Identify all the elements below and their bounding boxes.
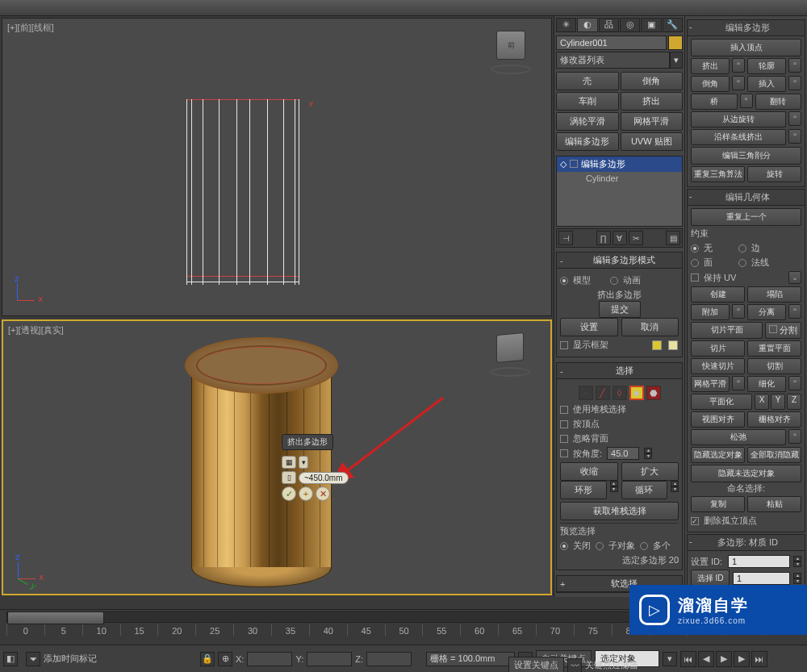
chk-by-angle[interactable] (560, 449, 568, 457)
view-align-button[interactable]: 视图对齐 (691, 411, 745, 428)
radio-preview-multi[interactable] (640, 542, 648, 550)
slice-plane-button[interactable]: 切片平面 (691, 322, 763, 339)
maxscript-icon[interactable]: ◧ (3, 652, 18, 666)
quick-lathe-button[interactable]: 车削 (556, 92, 619, 111)
show-cage-checkbox[interactable] (560, 341, 568, 349)
ring-button[interactable]: 环形 (560, 481, 607, 499)
quick-turbosmooth-button[interactable]: 涡轮平滑 (556, 112, 619, 131)
subobj-border-icon[interactable]: ◊ (613, 386, 627, 400)
reset-plane-button[interactable]: 重置平面 (747, 340, 801, 357)
quick-uvwmap-button[interactable]: UVW 贴图 (621, 132, 684, 151)
show-end-result-icon[interactable]: ∏ (596, 231, 611, 245)
transform-y[interactable] (307, 652, 352, 666)
axis-gizmo[interactable] (10, 555, 42, 587)
extrude-type-dropdown[interactable]: ▾ (299, 456, 308, 469)
inset-button[interactable]: 插入 (747, 76, 786, 92)
outline-button[interactable]: 轮廓 (747, 58, 786, 74)
radio-animate[interactable] (610, 277, 618, 285)
radio-constraint-none[interactable] (691, 244, 699, 253)
chk-use-stack[interactable] (560, 406, 568, 414)
radio-preview-off[interactable] (560, 542, 568, 550)
grid-align-button[interactable]: 栅格对齐 (747, 411, 801, 428)
stack-item-cylinder[interactable]: Cylinder (557, 172, 682, 185)
unhide-all-button[interactable]: 全部取消隐藏 (747, 447, 801, 463)
prev-frame-icon[interactable]: ◀ (698, 651, 714, 667)
configure-sets-icon[interactable]: ▤ (666, 231, 680, 245)
grow-button[interactable]: 扩大 (621, 462, 679, 481)
play-icon[interactable]: ▶ (716, 651, 732, 667)
quick-extrude-button[interactable]: 挤出 (621, 92, 684, 111)
caddy-apply-button[interactable]: + (299, 486, 313, 501)
extrude-spline-button[interactable]: 沿样条线挤出 (691, 129, 786, 145)
transform-z[interactable] (366, 652, 412, 666)
subobj-polygon-icon[interactable]: ■ (629, 386, 644, 400)
set-key-button[interactable]: 设置关键点 (508, 657, 564, 672)
stack-item-editpoly[interactable]: ◇编辑多边形 (557, 157, 682, 172)
hide-unselected-button[interactable]: 隐藏未选定对象 (691, 465, 801, 482)
insert-vertex-button[interactable]: 插入顶点 (691, 39, 801, 56)
create-button[interactable]: 创建 (691, 286, 745, 303)
angle-spinner-updown[interactable]: ▴▾ (644, 448, 652, 459)
tab-hierarchy-icon[interactable]: 品 (599, 18, 619, 32)
settings-button[interactable]: 设置 (560, 318, 618, 336)
radio-preview-subobj[interactable] (596, 542, 604, 550)
dropdown-icon[interactable]: ▾ (670, 52, 683, 69)
make-planar-button[interactable]: 平面化 (691, 394, 752, 410)
transform-x[interactable] (247, 652, 292, 666)
goto-end-icon[interactable]: ⏭ (751, 651, 767, 667)
cage-color2[interactable] (668, 340, 678, 350)
viewport-label[interactable]: [+][前][线框] (7, 22, 54, 34)
next-frame-icon[interactable]: ▶ (734, 651, 750, 667)
viewport-label[interactable]: [+][透视][真实] (8, 324, 64, 336)
hide-selected-button[interactable]: 隐藏选定对象 (691, 447, 745, 463)
copy-button[interactable]: 复制 (691, 496, 745, 512)
tab-modify-icon[interactable]: ◐ (577, 18, 597, 32)
time-slider-thumb[interactable] (7, 611, 104, 624)
chk-ignore-backface[interactable] (560, 435, 568, 443)
planar-x[interactable]: X (755, 394, 769, 410)
viewport-perspective[interactable]: [+][透视][真实] 挤出多边形 ▦ (2, 319, 552, 595)
bevel-button[interactable]: 倒角 (691, 76, 730, 92)
make-unique-icon[interactable]: ∀ (613, 231, 627, 245)
quick-chamfer-button[interactable]: 倒角 (621, 72, 684, 90)
hinge-button[interactable]: 从边旋转 (691, 111, 786, 127)
edit-tri-button[interactable]: 编辑三角剖分 (691, 147, 801, 165)
caddy-ok-button[interactable]: ✓ (282, 486, 296, 501)
tab-create-icon[interactable]: ✳ (556, 18, 576, 32)
subobj-edge-icon[interactable]: ╱ (596, 386, 610, 400)
collapse-button[interactable]: 塌陷 (747, 286, 801, 303)
paste-button[interactable]: 粘贴 (747, 496, 801, 512)
attach-button[interactable]: 附加 (691, 304, 730, 320)
pin-stack-icon[interactable]: ⊣ (558, 231, 573, 245)
retriangulate-button[interactable]: 重复三角算法 (691, 166, 745, 182)
radio-model[interactable] (560, 277, 568, 285)
key-filter-label[interactable]: 关键点过滤器 (585, 659, 638, 671)
chk-delete-isolated[interactable] (691, 517, 699, 525)
modifier-stack[interactable]: ◇编辑多边形 Cylinder (556, 156, 683, 227)
subobj-vertex-icon[interactable]: · (579, 386, 593, 400)
add-time-tag-label[interactable]: 添加时间标记 (44, 653, 97, 665)
viewport-front-wireframe[interactable]: [+][前][线框] x 前 (2, 18, 552, 316)
view-cube[interactable] (490, 333, 530, 374)
get-stack-sel-button[interactable]: 获取堆栈选择 (560, 502, 679, 520)
detach-button[interactable]: 分离 (747, 304, 786, 320)
extrude-height-value[interactable]: ~450.0mm (299, 472, 349, 484)
cancel-button[interactable]: 取消 (621, 318, 679, 336)
cut-button[interactable]: 切割 (747, 358, 801, 374)
remove-modifier-icon[interactable]: ✂ (629, 231, 643, 245)
slice-button[interactable]: 切片 (691, 340, 745, 357)
modifier-list-dropdown[interactable]: 修改器列表 (556, 52, 670, 69)
loop-button[interactable]: 循环 (621, 481, 668, 499)
planar-z[interactable]: Z (787, 394, 801, 410)
axis-gizmo[interactable] (9, 277, 41, 309)
caddy-cancel-button[interactable]: ✕ (316, 486, 330, 501)
repeat-last-button[interactable]: 重复上一个 (691, 208, 801, 226)
set-id-spinner[interactable]: 1 (728, 555, 790, 568)
shrink-button[interactable]: 收缩 (560, 462, 618, 481)
radio-constraint-edge[interactable] (738, 244, 746, 253)
coord-mode-icon[interactable]: ⊕ (218, 652, 232, 666)
relax-button[interactable]: 松弛 (691, 429, 786, 445)
extrude-type-icon[interactable]: ▦ (282, 456, 296, 469)
msmooth-button[interactable]: 网格平滑 (691, 376, 730, 392)
object-name-field[interactable]: Cylinder001 (556, 35, 667, 50)
